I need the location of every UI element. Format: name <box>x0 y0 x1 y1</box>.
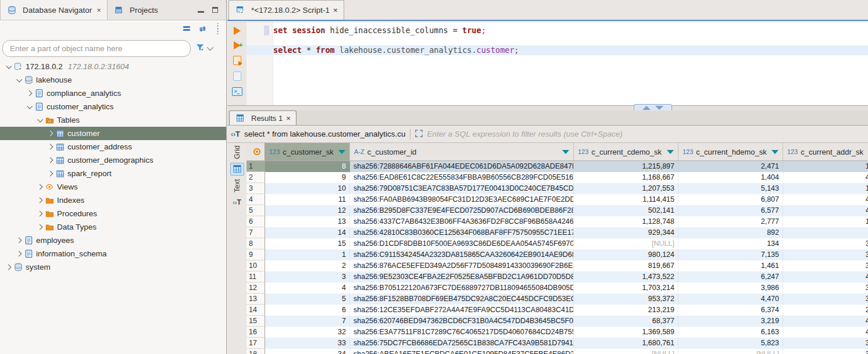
close-icon[interactable]: × <box>333 6 338 15</box>
grid-cell[interactable]: 19,58 <box>783 183 868 194</box>
grid-cell[interactable]: 44,81 <box>783 316 868 327</box>
column-header-c_current_cdemo_sk[interactable]: 123c_current_cdemo_sk <box>574 143 678 160</box>
tree-chevron[interactable] <box>35 225 44 229</box>
table-row[interactable]: 310sha256:79D08751C3EA7C83BA57D177E00413… <box>247 183 868 194</box>
grid-cell[interactable]: sha256:75DC7FCB6686EDA72565C1B838CA7FC43… <box>350 338 574 349</box>
grid-cell[interactable]: 13 <box>265 216 350 227</box>
table-row[interactable]: 157sha256:620746BED947362BCD6CF31B0A4C54… <box>247 316 868 327</box>
row-number[interactable]: 11 <box>247 271 265 283</box>
record-mode-icon[interactable] <box>253 148 260 155</box>
grid-cell[interactable]: 10 <box>265 183 350 194</box>
table-row[interactable]: 29sha256:EAD8E61C8C22E555834FBBA9B60556C… <box>247 172 868 183</box>
chevron-down-icon[interactable] <box>207 44 213 51</box>
table-row[interactable]: 815sha256:D1CDF8DBB10F500EA9693C86DE6DEA… <box>247 238 868 249</box>
grid-cell[interactable]: sha256:79D08751C3EA7C83BA57D177E00413D0C… <box>350 183 574 194</box>
tree-item-spark-report[interactable]: spark_report <box>0 167 226 180</box>
sql-editor[interactable]: + >_ set session hide_inaccessible_colum… <box>227 22 868 105</box>
grid-cell[interactable]: 1,680,761 <box>574 338 678 349</box>
row-number[interactable]: 4 <box>247 194 265 205</box>
grid-cell[interactable]: [NULL] <box>574 238 678 249</box>
tab-database-navigator[interactable]: Database Navigator × <box>0 0 108 20</box>
grid-cell[interactable]: 27,08 <box>783 305 868 316</box>
text-view-label[interactable]: Text <box>233 179 241 192</box>
tree-chevron[interactable] <box>35 198 44 202</box>
grid-cell[interactable]: sha256:ABEA16E7E1ECBDCA6E01CE1095D84E37C… <box>350 349 574 354</box>
grid-cell[interactable]: 1,207,553 <box>574 183 678 194</box>
grid-cell[interactable]: 1,404 <box>678 172 783 183</box>
tree-item-procedures[interactable]: Procedures <box>0 207 226 220</box>
grid-cell[interactable]: sha256:42810C83B0360CE125634F068BAF8FF75… <box>350 227 574 238</box>
column-filter-icon[interactable] <box>667 150 674 154</box>
tree-item-data-types[interactable]: Data Types <box>0 220 226 234</box>
table-row[interactable]: 91sha256:C9115342454A2323DA815865CAA3260… <box>247 249 868 260</box>
tree-item-system[interactable]: system <box>0 260 226 274</box>
grid-cell[interactable]: 1,369,589 <box>574 327 678 338</box>
text-view-icon[interactable]: ‹›T <box>230 196 244 209</box>
tree-item-customer-address[interactable]: customer_address <box>0 140 226 153</box>
grid-view-label[interactable]: Grid <box>233 145 241 159</box>
row-number[interactable]: 12 <box>247 283 265 294</box>
grid-cell[interactable]: 32,94 <box>783 249 868 260</box>
grid-cell[interactable]: 8 <box>265 161 350 172</box>
tree-chevron[interactable] <box>14 252 23 256</box>
grid-cell[interactable]: 3 <box>265 271 350 283</box>
sql-code[interactable]: set session hide_inaccessible_columns = … <box>273 22 868 105</box>
grid-cell[interactable]: 1,473,522 <box>574 271 678 283</box>
tab-projects[interactable]: Projects <box>108 0 164 20</box>
expand-filter-icon[interactable] <box>415 129 423 140</box>
grid-cell[interactable]: 1,128,748 <box>574 216 678 227</box>
link-with-editor-icon[interactable]: ⇄ <box>199 24 205 33</box>
tree-chevron[interactable] <box>24 105 34 109</box>
grid-cell[interactable]: 11 <box>265 194 350 205</box>
grid-cell[interactable]: sha256:C9115342454A2323DA815865CAA326064… <box>350 249 574 260</box>
row-number[interactable]: 2 <box>247 172 265 183</box>
grid-cell[interactable]: sha256:8F1528BB708DF69EB475DC92A8C20EC44… <box>350 294 574 305</box>
grid-cell[interactable]: 39,55 <box>783 283 868 294</box>
grid-cell[interactable]: 1,114,415 <box>574 194 678 205</box>
row-number[interactable]: 8 <box>247 238 265 249</box>
grid-cell[interactable]: 36,36 <box>783 294 868 305</box>
grid-cell[interactable]: sha256:E3A77511F81C7289C76C4065217D5D406… <box>350 327 574 338</box>
table-row[interactable]: 1834sha256:ABEA16E7E1ECBDCA6E01CE1095D84… <box>247 349 868 354</box>
grid-cell[interactable]: 3,986 <box>678 283 783 294</box>
grid-cell[interactable]: 4,470 <box>678 294 783 305</box>
tree-item-172-18-0-2[interactable]: 172.18.0.2172.18.0.2:31604 <box>0 60 226 73</box>
table-row[interactable]: 714sha256:42810C83B0360CE125634F068BAF8F… <box>247 227 868 238</box>
grid-corner-cell[interactable] <box>247 143 265 160</box>
grid-cell[interactable]: 7 <box>265 316 350 327</box>
grid-cell[interactable]: 68,377 <box>574 316 678 327</box>
close-icon[interactable]: × <box>286 114 291 123</box>
row-number[interactable]: 9 <box>247 249 265 260</box>
tree-item-tables[interactable]: Tables <box>0 113 226 127</box>
grid-cell[interactable]: 14,00 <box>783 216 868 227</box>
table-row[interactable]: 512sha256:B295D8FC337E9E4FECD0725D907ACD… <box>247 205 868 216</box>
column-header-c_customer_id[interactable]: A-Zc_customer_id <box>350 143 574 160</box>
grid-cell[interactable]: 49,38 <box>783 172 868 183</box>
tree-chevron[interactable] <box>45 145 55 149</box>
row-number[interactable]: 14 <box>247 305 265 316</box>
grid-cell[interactable]: 6,163 <box>678 327 783 338</box>
tree-item-indexes[interactable]: Indexes <box>0 194 226 207</box>
table-row[interactable]: 411sha256:FA0ABB6943B98054FC31D12D3E3AEC… <box>247 194 868 205</box>
row-number[interactable]: 18 <box>247 349 265 354</box>
grid-cell[interactable]: 30,46 <box>783 238 868 249</box>
grid-cell[interactable]: 9 <box>265 172 350 183</box>
grid-cell[interactable]: 48,29 <box>783 327 868 338</box>
column-header-c_customer_sk[interactable]: 123c_customer_sk <box>265 143 350 160</box>
execute-statement-icon[interactable] <box>234 27 241 35</box>
results-grid[interactable]: 123c_customer_skA-Zc_customer_id123c_cur… <box>247 143 868 354</box>
grid-cell[interactable]: 6 <box>265 305 350 316</box>
collapse-up-icon[interactable] <box>642 106 651 110</box>
grid-view-icon[interactable] <box>230 163 244 176</box>
sql-line[interactable] <box>273 35 868 45</box>
grid-cell[interactable]: 1 <box>265 249 350 260</box>
tree-item-views[interactable]: Views <box>0 180 226 194</box>
grid-cell[interactable]: 929,344 <box>574 227 678 238</box>
close-icon[interactable]: × <box>97 6 101 15</box>
tree-chevron[interactable] <box>45 158 55 162</box>
grid-cell[interactable]: sha256:72888646ABF61FA044EDEC061D6DA5A09… <box>350 161 574 172</box>
grid-cell[interactable]: 1,215,897 <box>574 161 678 172</box>
tree-item-employees[interactable]: employees <box>0 234 226 247</box>
table-row[interactable]: 18sha256:72888646ABF61FA044EDEC061D6DA5A… <box>247 161 868 172</box>
tree-item-customer-analytics[interactable]: customer_analytics <box>0 100 226 113</box>
